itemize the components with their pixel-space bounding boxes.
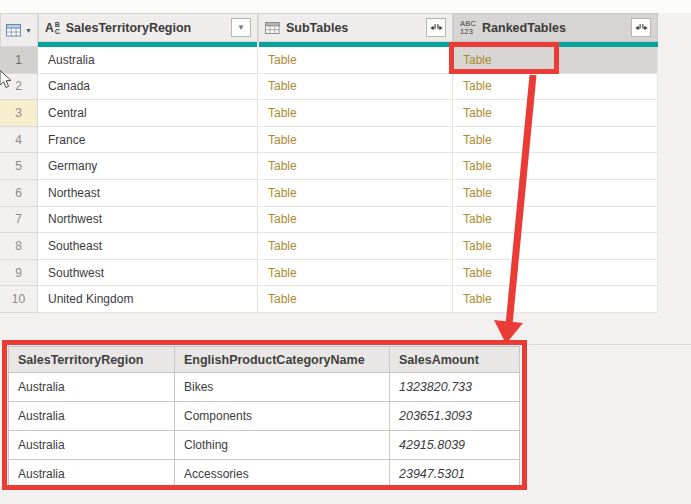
subtables-table-link[interactable]: Table — [258, 180, 453, 207]
row-number[interactable]: 6 — [0, 180, 38, 207]
preview-region-cell: Australia — [9, 402, 175, 431]
preview-amount-cell: 42915.8039 — [390, 431, 520, 460]
rankedtables-table-link[interactable]: Table — [453, 74, 658, 101]
row-number[interactable]: 7 — [0, 207, 38, 234]
table-row: 8 Southeast Table Table — [0, 233, 658, 260]
subtables-table-link[interactable]: Table — [258, 207, 453, 234]
row-number[interactable]: 4 — [0, 127, 38, 154]
rankedtables-table-link[interactable]: Table — [453, 47, 658, 74]
rankedtables-table-link[interactable]: Table — [453, 233, 658, 260]
query-grid-rows: 1 Australia Table Table 2 Canada Table T… — [0, 47, 658, 313]
region-cell[interactable]: Central — [38, 100, 258, 127]
preview-header-row: SalesTerritoryRegion EnglishProductCateg… — [9, 347, 520, 373]
any-data-type-icon[interactable]: ABC 123 — [460, 20, 476, 35]
preview-region-cell: Australia — [9, 460, 175, 489]
column-label: SalesTerritoryRegion — [66, 21, 192, 35]
row-number[interactable]: 5 — [0, 153, 38, 180]
preview-amount-cell: 23947.5301 — [390, 460, 520, 489]
rankedtables-table-link[interactable]: Table — [453, 127, 658, 154]
preview-amount-cell: 1323820.733 — [390, 373, 520, 402]
expand-arrows-icon — [429, 23, 444, 33]
table-row: 5 Germany Table Table — [0, 153, 658, 180]
top-margin — [0, 0, 691, 13]
preview-row: Australia Components 203651.3093 — [9, 402, 520, 431]
table-data-type-icon[interactable] — [265, 22, 280, 34]
column-label: SubTables — [286, 21, 348, 35]
rankedtables-table-link[interactable]: Table — [453, 153, 658, 180]
subtables-table-link[interactable]: Table — [258, 260, 453, 287]
subtables-table-link[interactable]: Table — [258, 286, 453, 313]
table-row: 1 Australia Table Table — [0, 47, 658, 74]
text-data-type-icon[interactable]: A BC — [45, 21, 60, 35]
preview-amount-cell: 203651.3093 — [390, 402, 520, 431]
row-number[interactable]: 9 — [0, 260, 38, 287]
table-row: 2 Canada Table Table — [0, 74, 658, 101]
rankedtables-table-link[interactable]: Table — [453, 180, 658, 207]
column-label: RankedTables — [482, 21, 566, 35]
row-number[interactable]: 2 — [0, 74, 38, 101]
table-grid-icon — [6, 24, 23, 37]
subtables-table-link[interactable]: Table — [258, 74, 453, 101]
preview-header-salesterritoryregion: SalesTerritoryRegion — [9, 347, 175, 373]
region-cell[interactable]: Northwest — [38, 207, 258, 234]
region-cell[interactable]: Germany — [38, 153, 258, 180]
region-cell[interactable]: Southwest — [38, 260, 258, 287]
subtables-table-link[interactable]: Table — [258, 127, 453, 154]
rankedtables-table-link[interactable]: Table — [453, 286, 658, 313]
region-cell[interactable]: Northeast — [38, 180, 258, 207]
preview-category-cell: Components — [175, 402, 390, 431]
table-row: 10 United Kingdom Table Table — [0, 286, 658, 313]
column-header-subtables[interactable]: SubTables — [258, 13, 453, 42]
region-cell[interactable]: United Kingdom — [38, 286, 258, 313]
expand-column-button[interactable] — [426, 18, 446, 37]
row-number[interactable]: 8 — [0, 233, 38, 260]
power-query-editor: ▼ A BC SalesTerritoryRegion ▼ SubTables — [0, 0, 691, 504]
subtables-table-link[interactable]: Table — [258, 47, 453, 74]
filter-caret-icon: ▼ — [237, 24, 245, 32]
table-row: 4 France Table Table — [0, 127, 658, 154]
table-row: 7 Northwest Table Table — [0, 207, 658, 234]
column-header-rankedtables[interactable]: ABC 123 RankedTables — [453, 13, 658, 42]
table-row: 9 Southwest Table Table — [0, 260, 658, 287]
subtables-table-link[interactable]: Table — [258, 153, 453, 180]
preview-header-englishproductcategoryname: EnglishProductCategoryName — [175, 347, 390, 373]
preview-row: Australia Clothing 42915.8039 — [9, 431, 520, 460]
table-row: 6 Northeast Table Table — [0, 180, 658, 207]
rankedtables-table-link[interactable]: Table — [453, 260, 658, 287]
column-header-salesterritoryregion[interactable]: A BC SalesTerritoryRegion ▼ — [38, 13, 258, 42]
expand-arrows-icon — [634, 23, 649, 33]
table-menu-button[interactable]: ▼ — [0, 13, 38, 47]
filter-dropdown-button[interactable]: ▼ — [231, 18, 251, 37]
region-cell[interactable]: Australia — [38, 47, 258, 74]
region-cell[interactable]: France — [38, 127, 258, 154]
table-row: 3 Central Table Table — [0, 100, 658, 127]
table-menu-caret-icon: ▼ — [25, 27, 32, 34]
row-number[interactable]: 1 — [0, 47, 38, 74]
region-cell[interactable]: Canada — [38, 74, 258, 101]
preview-table: SalesTerritoryRegion EnglishProductCateg… — [8, 346, 520, 489]
row-number[interactable]: 3 — [0, 100, 38, 127]
preview-category-cell: Clothing — [175, 431, 390, 460]
subtables-table-link[interactable]: Table — [258, 233, 453, 260]
subtables-table-link[interactable]: Table — [258, 100, 453, 127]
pane-divider — [527, 344, 691, 345]
preview-category-cell: Accessories — [175, 460, 390, 489]
rankedtables-table-link[interactable]: Table — [453, 100, 658, 127]
region-cell[interactable]: Southeast — [38, 233, 258, 260]
preview-row: Australia Bikes 1323820.733 — [9, 373, 520, 402]
preview-region-cell: Australia — [9, 431, 175, 460]
expand-column-button[interactable] — [631, 18, 651, 37]
preview-header-salesamount: SalesAmount — [390, 347, 520, 373]
rankedtables-table-link[interactable]: Table — [453, 207, 658, 234]
preview-region-cell: Australia — [9, 373, 175, 402]
preview-row: Australia Accessories 23947.5301 — [9, 460, 520, 489]
preview-category-cell: Bikes — [175, 373, 390, 402]
row-number[interactable]: 10 — [0, 286, 38, 313]
